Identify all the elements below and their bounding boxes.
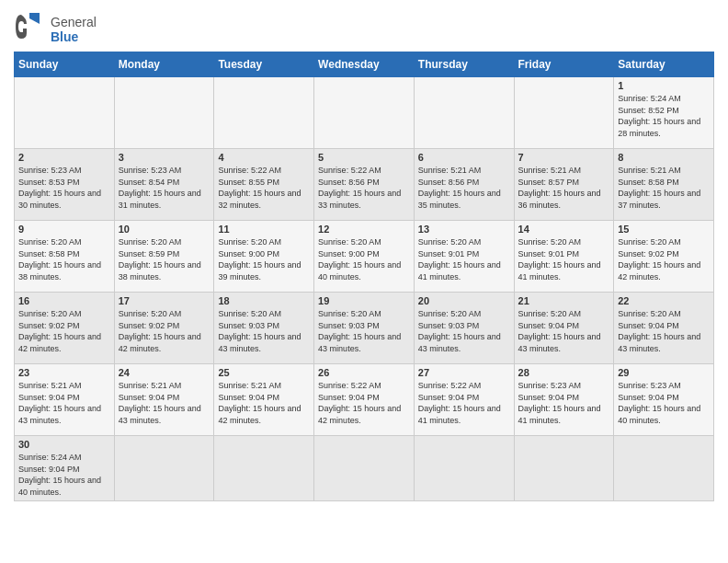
day-number: 28: [518, 367, 610, 378]
calendar-cell: 10Sunrise: 5:20 AM Sunset: 8:59 PM Dayli…: [114, 221, 214, 293]
logo-icon: [14, 9, 49, 44]
calendar-cell: 20Sunrise: 5:20 AM Sunset: 9:03 PM Dayli…: [414, 293, 514, 364]
day-info: Sunrise: 5:20 AM Sunset: 9:04 PM Dayligh…: [518, 308, 610, 354]
header-cell-thursday: Thursday: [414, 52, 514, 77]
day-number: 15: [618, 224, 710, 235]
day-info: Sunrise: 5:22 AM Sunset: 9:04 PM Dayligh…: [418, 380, 510, 426]
calendar-cell: [614, 436, 714, 501]
day-number: 6: [418, 152, 510, 163]
day-number: 18: [218, 295, 310, 306]
day-number: 29: [618, 367, 710, 378]
page-header: GeneralBlue: [14, 9, 714, 44]
logo-general-text: General: [51, 16, 97, 29]
day-info: Sunrise: 5:20 AM Sunset: 9:00 PM Dayligh…: [318, 236, 410, 282]
calendar-cell: 5Sunrise: 5:22 AM Sunset: 8:56 PM Daylig…: [314, 149, 415, 221]
day-number: 5: [318, 152, 410, 163]
calendar-week-row: 30Sunrise: 5:24 AM Sunset: 9:04 PM Dayli…: [15, 436, 714, 501]
calendar-cell: 16Sunrise: 5:20 AM Sunset: 9:02 PM Dayli…: [15, 293, 115, 364]
logo-text: GeneralBlue: [51, 16, 97, 44]
calendar-cell: 14Sunrise: 5:20 AM Sunset: 9:01 PM Dayli…: [514, 221, 614, 293]
calendar-week-row: 2Sunrise: 5:23 AM Sunset: 8:53 PM Daylig…: [15, 149, 714, 221]
day-info: Sunrise: 5:20 AM Sunset: 9:02 PM Dayligh…: [18, 308, 110, 354]
day-info: Sunrise: 5:20 AM Sunset: 9:04 PM Dayligh…: [618, 308, 710, 354]
calendar-week-row: 23Sunrise: 5:21 AM Sunset: 9:04 PM Dayli…: [15, 364, 714, 436]
logo: GeneralBlue: [14, 9, 97, 44]
day-info: Sunrise: 5:23 AM Sunset: 9:04 PM Dayligh…: [618, 380, 710, 426]
day-info: Sunrise: 5:20 AM Sunset: 8:58 PM Dayligh…: [18, 236, 110, 282]
day-number: 20: [418, 295, 510, 306]
svg-marker-0: [29, 13, 40, 24]
calendar-week-row: 1Sunrise: 5:24 AM Sunset: 8:52 PM Daylig…: [15, 77, 714, 149]
calendar-table: SundayMondayTuesdayWednesdayThursdayFrid…: [14, 52, 714, 501]
calendar-cell: 23Sunrise: 5:21 AM Sunset: 9:04 PM Dayli…: [15, 364, 115, 436]
day-number: 23: [18, 367, 110, 378]
day-info: Sunrise: 5:20 AM Sunset: 9:01 PM Dayligh…: [518, 236, 610, 282]
calendar-cell: 26Sunrise: 5:22 AM Sunset: 9:04 PM Dayli…: [314, 364, 415, 436]
day-info: Sunrise: 5:20 AM Sunset: 9:03 PM Dayligh…: [418, 308, 510, 354]
day-info: Sunrise: 5:23 AM Sunset: 8:53 PM Dayligh…: [18, 165, 110, 211]
calendar-cell: 29Sunrise: 5:23 AM Sunset: 9:04 PM Dayli…: [614, 364, 714, 436]
day-info: Sunrise: 5:21 AM Sunset: 9:04 PM Dayligh…: [18, 380, 110, 426]
logo-blue-text: Blue: [51, 30, 97, 44]
day-info: Sunrise: 5:21 AM Sunset: 9:04 PM Dayligh…: [119, 380, 210, 426]
day-number: 30: [18, 439, 110, 450]
day-info: Sunrise: 5:21 AM Sunset: 8:58 PM Dayligh…: [618, 165, 710, 211]
day-number: 26: [318, 367, 410, 378]
day-number: 9: [18, 224, 110, 235]
calendar-cell: [314, 77, 415, 149]
calendar-cell: 12Sunrise: 5:20 AM Sunset: 9:00 PM Dayli…: [314, 221, 415, 293]
day-number: 4: [218, 152, 310, 163]
day-info: Sunrise: 5:20 AM Sunset: 9:03 PM Dayligh…: [318, 308, 410, 354]
day-number: 21: [518, 295, 610, 306]
calendar-cell: [314, 436, 415, 501]
calendar-body: 1Sunrise: 5:24 AM Sunset: 8:52 PM Daylig…: [15, 77, 714, 501]
calendar-week-row: 16Sunrise: 5:20 AM Sunset: 9:02 PM Dayli…: [15, 293, 714, 364]
calendar-cell: 30Sunrise: 5:24 AM Sunset: 9:04 PM Dayli…: [15, 436, 115, 501]
calendar-cell: [114, 436, 214, 501]
header-cell-tuesday: Tuesday: [214, 52, 314, 77]
header-cell-friday: Friday: [514, 52, 614, 77]
header-cell-saturday: Saturday: [614, 52, 714, 77]
day-info: Sunrise: 5:21 AM Sunset: 8:57 PM Dayligh…: [518, 165, 610, 211]
day-info: Sunrise: 5:22 AM Sunset: 8:55 PM Dayligh…: [218, 165, 310, 211]
day-number: 19: [318, 295, 410, 306]
day-info: Sunrise: 5:21 AM Sunset: 9:04 PM Dayligh…: [218, 380, 310, 426]
day-number: 12: [318, 224, 410, 235]
day-number: 11: [218, 224, 310, 235]
calendar-cell: 13Sunrise: 5:20 AM Sunset: 9:01 PM Dayli…: [414, 221, 514, 293]
day-info: Sunrise: 5:24 AM Sunset: 9:04 PM Dayligh…: [18, 452, 110, 498]
day-info: Sunrise: 5:20 AM Sunset: 8:59 PM Dayligh…: [119, 236, 210, 282]
calendar-cell: [114, 77, 214, 149]
calendar-header: SundayMondayTuesdayWednesdayThursdayFrid…: [15, 52, 714, 77]
calendar-cell: [414, 436, 514, 501]
day-number: 24: [119, 367, 210, 378]
day-info: Sunrise: 5:21 AM Sunset: 8:56 PM Dayligh…: [418, 165, 510, 211]
day-number: 27: [418, 367, 510, 378]
calendar-cell: 2Sunrise: 5:23 AM Sunset: 8:53 PM Daylig…: [15, 149, 115, 221]
calendar-cell: [214, 436, 314, 501]
day-info: Sunrise: 5:23 AM Sunset: 9:04 PM Dayligh…: [518, 380, 610, 426]
calendar-cell: 15Sunrise: 5:20 AM Sunset: 9:02 PM Dayli…: [614, 221, 714, 293]
calendar-cell: 6Sunrise: 5:21 AM Sunset: 8:56 PM Daylig…: [414, 149, 514, 221]
day-number: 2: [18, 152, 110, 163]
day-number: 25: [218, 367, 310, 378]
day-number: 16: [18, 295, 110, 306]
calendar-cell: 24Sunrise: 5:21 AM Sunset: 9:04 PM Dayli…: [114, 364, 214, 436]
calendar-cell: 17Sunrise: 5:20 AM Sunset: 9:02 PM Dayli…: [114, 293, 214, 364]
day-number: 8: [618, 152, 710, 163]
day-number: 1: [618, 80, 710, 91]
day-info: Sunrise: 5:20 AM Sunset: 9:00 PM Dayligh…: [218, 236, 310, 282]
day-info: Sunrise: 5:20 AM Sunset: 9:01 PM Dayligh…: [418, 236, 510, 282]
calendar-cell: 4Sunrise: 5:22 AM Sunset: 8:55 PM Daylig…: [214, 149, 314, 221]
calendar-cell: [514, 436, 614, 501]
calendar-cell: 28Sunrise: 5:23 AM Sunset: 9:04 PM Dayli…: [514, 364, 614, 436]
calendar-cell: [514, 77, 614, 149]
day-info: Sunrise: 5:24 AM Sunset: 8:52 PM Dayligh…: [618, 93, 710, 139]
calendar-cell: 27Sunrise: 5:22 AM Sunset: 9:04 PM Dayli…: [414, 364, 514, 436]
logo-container: GeneralBlue: [14, 9, 97, 44]
calendar-cell: [15, 77, 115, 149]
day-number: 7: [518, 152, 610, 163]
calendar-week-row: 9Sunrise: 5:20 AM Sunset: 8:58 PM Daylig…: [15, 221, 714, 293]
day-number: 10: [119, 224, 210, 235]
day-number: 3: [119, 152, 210, 163]
